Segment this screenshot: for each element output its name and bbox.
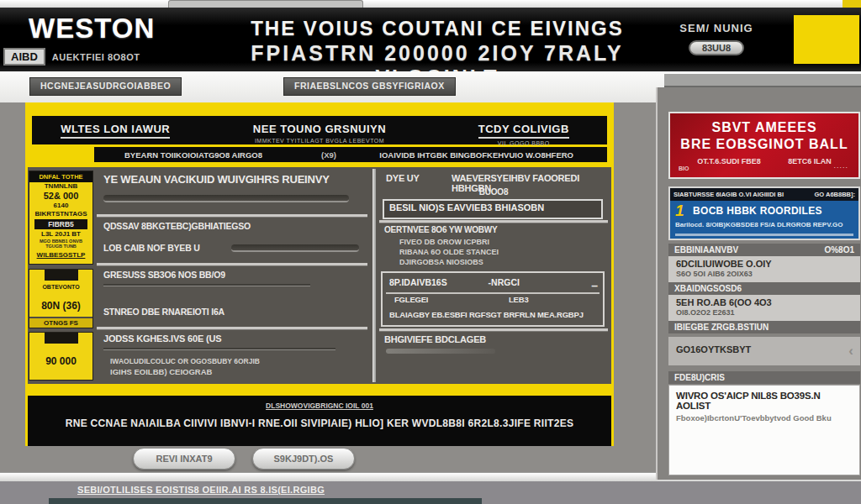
info-card-title: BOCB HBBK ROORDILES bbox=[693, 205, 822, 217]
fee-label: FGLEGEI bbox=[394, 295, 428, 304]
list-item-1[interactable]: 6DCILIUIWOBE O.OIY S6O 5OI AIB6 2OIX63 bbox=[668, 256, 860, 282]
amount-input-value: 8P.IDAIVB16S bbox=[389, 277, 447, 287]
header-right-label: SEM/ NUNIG bbox=[658, 22, 775, 34]
row-divider bbox=[97, 214, 367, 217]
phone-label: GRESUSS SB3O6 NOS BB/O9 bbox=[103, 270, 225, 280]
top-yellow-sliver bbox=[843, 0, 861, 8]
alert-banner: SBVT AMEEES BRE EOBSGINOT BALL OT.T.6.SU… bbox=[668, 112, 860, 179]
sidebar-totals-header: DNFAL TOTHE bbox=[29, 171, 92, 182]
funds-input-line[interactable] bbox=[103, 348, 335, 350]
address-label: QDSSAV 8BKGTEBC)GBHIATIEGSO bbox=[103, 221, 251, 231]
sidebar-amount: 52& 000 bbox=[29, 191, 92, 202]
header-right-block: SEM/ NUNIG 83UU8 bbox=[658, 22, 775, 55]
sidebar-count-value: 80N (36) bbox=[29, 300, 92, 312]
panel-header-right: TCDY COLIVIGB VIL GOGO BBBO bbox=[441, 116, 607, 144]
funds-label: JODSS KGHES.IVS 60E (US bbox=[103, 333, 221, 344]
dye-label: DYE UY bbox=[386, 173, 420, 183]
sidebar-amount-box: 90 000 bbox=[29, 332, 93, 381]
chevron-left-icon[interactable]: ‹ bbox=[848, 343, 853, 360]
sidebar-footer-link[interactable]: WILBESGSTLP bbox=[29, 251, 92, 259]
amount-input-suffix: -NRGCI bbox=[489, 277, 520, 287]
city-input-line[interactable] bbox=[231, 244, 359, 252]
logo-badge: AIBD bbox=[3, 48, 45, 66]
mid-code: BUOO8 bbox=[378, 187, 610, 197]
item-3-value: GO16OYTKSBYT bbox=[676, 344, 853, 354]
sidebar-tiny-line: TGUGB TUNB bbox=[29, 244, 92, 249]
app-header: WESTON AIBD AUEKTFIEI 8O8OT THE VOIUS CO… bbox=[0, 8, 861, 71]
alert-dots: ..... bbox=[833, 161, 848, 170]
funds-note-1: IWAOLUDILCOLUC OR OGOSBUBY 6ORJIB bbox=[110, 357, 260, 365]
alert-tiny-label: BIO bbox=[679, 165, 689, 171]
list-item-3[interactable]: GO16OYTKSBYT ‹ bbox=[668, 337, 860, 365]
notes-line-2: Fboxoe)IbcrtonU'Toevbbytvod Good Bku bbox=[676, 413, 853, 423]
page-title: THE VOIUS COUTANI CE EIVINGS bbox=[227, 17, 647, 40]
sidebar-count-footer: OTNGS FS bbox=[29, 317, 92, 328]
yellow-divider bbox=[25, 384, 614, 396]
panel-header-right-sub: VIL GOGO BBBO bbox=[441, 140, 607, 146]
kiosk-screen: WESTON AIBD AUEKTFIEI 8O8OT THE VOIUS CO… bbox=[0, 0, 861, 504]
panel-header-center-label: NEE TOUNO GRSNUIYN bbox=[253, 123, 386, 135]
sidebar-count-box: OBTEVONTO 80N (36) OTNGS FS bbox=[29, 269, 93, 328]
list-section-header-3: IBIEGBE ZRGB.BSTIUN bbox=[668, 321, 860, 333]
amount-input-row[interactable]: 8P.IDAIVB16S -NRGCI – bbox=[386, 276, 600, 294]
reset-button[interactable]: REVI INXAT9 bbox=[133, 448, 235, 470]
sidebar-totals-box: DNFAL TOTHE TNMNLNB 52& 000 6140 BIKRTST… bbox=[29, 171, 93, 265]
payout-label: BHGIVIEFE BDCLAGEB bbox=[384, 334, 486, 344]
phone-input-line[interactable] bbox=[103, 284, 310, 286]
amount-box: 8P.IDAIVB16S -NRGCI – FGLEGEI LEB3 BLAIA… bbox=[381, 271, 605, 327]
list-section-header-2: XBAIDNGSOSD6 bbox=[668, 282, 860, 295]
subheader-right: IOAIVIDB IHTGBK BINGBOFKEHVUIO W.O8HFERO bbox=[379, 150, 573, 160]
submit-button[interactable]: S9KJ9DT).OS bbox=[252, 448, 355, 470]
info-card-bottom-line bbox=[675, 234, 853, 236]
tab-right[interactable]: FRIAEBSLNCOS GBSYFIGRIAOX bbox=[283, 77, 456, 96]
sidebar-line: TNMNLNB bbox=[29, 182, 92, 191]
name-input-line[interactable] bbox=[103, 195, 349, 202]
alert-subrow: OT.T.6.SUDI FBE8 8ETC6 ILAN bbox=[670, 157, 858, 165]
info-card-subtext: Barilocd. 8/OIB)KGBSDE8 FS/A DLRGROB REP… bbox=[675, 221, 853, 228]
footer-link[interactable]: DLSHOWOVIGBRIGNC IOIL 001 bbox=[28, 402, 611, 410]
panel-header-right-label: TCDY COLIVIGB bbox=[478, 123, 569, 139]
tab-left[interactable]: HCGNEJEASUDRGOIABBEO bbox=[29, 77, 182, 96]
receiver-input[interactable]: BESIL NIO)S EAVVIEB3 BHIASOBN bbox=[383, 199, 603, 219]
payout-input-line[interactable] bbox=[386, 349, 495, 354]
info-card-header: SIABTURSSE 6IAGIB O.VI AIGIIIDI BI GO A6… bbox=[670, 188, 858, 201]
main-panel: WLTES LON IAWUR NEE TOUNO GRSNUIYN IMMKT… bbox=[25, 102, 614, 446]
minus-icon[interactable]: – bbox=[591, 279, 598, 292]
notes-line-1: WIVRO OS'AICP NIL8S BO39S.N AOLIST bbox=[676, 391, 853, 411]
panel-header-bar: WLTES LON IAWUR NEE TOUNO GRSNUIYN IMMKT… bbox=[32, 116, 607, 144]
item-2-line-2: OI8.O2O2 E2631 bbox=[676, 308, 853, 317]
logo-tagline: AUEKTFIEI 8O8OT bbox=[52, 52, 140, 62]
row-divider bbox=[97, 327, 367, 329]
footer-legal-text: RNE CCNAE NAIAILBA CIIVIVI IBNVI-I RNE.O… bbox=[28, 417, 611, 429]
status-underline-bar bbox=[49, 498, 482, 504]
sidebar-line: BIKRTSTNTAGS bbox=[29, 210, 92, 218]
item-1-line-2: S6O 5OI AIB6 2OIX63 bbox=[676, 270, 853, 278]
funds-note-2: IGIHS EOILBB) CEIOGRAB bbox=[110, 367, 212, 376]
info-card: SIABTURSSE 6IAGIB O.VI AIGIIIDI BI GO A6… bbox=[668, 186, 860, 240]
panel-header-center-sub: IMMKTEV TYITLILAGT BVGLA LEBEVTOM bbox=[198, 138, 440, 144]
row-divider bbox=[379, 220, 608, 223]
form-right-column: DYE UY WAEVERSYEIHBV FAOOREDI HBHGBN BUO… bbox=[378, 167, 610, 384]
option-2: RIBANA 6O OLDE STANCEI bbox=[399, 248, 499, 256]
sidebar-line: L3L 20J1 BT bbox=[29, 230, 92, 239]
number-one-icon: 1 bbox=[675, 202, 684, 219]
alert-title-2: BRE EOBSGINOT BALL bbox=[670, 136, 858, 153]
header-right-button[interactable]: 83UU8 bbox=[689, 40, 744, 55]
id-label: STNREO DBE RNAREIOTI I6A bbox=[103, 307, 224, 317]
brand-logo: WESTON bbox=[29, 13, 155, 45]
notes-box: WIVRO OS'AICP NIL8S BO39S.N AOLIST Fboxo… bbox=[668, 385, 860, 475]
form-content: DNFAL TOTHE TNMNLNB 52& 000 6140 BIKRTST… bbox=[28, 167, 611, 384]
alert-sub-2: 8ETC6 ILAN bbox=[788, 157, 832, 165]
fee-value: LEB3 bbox=[509, 295, 528, 304]
form-area: YE WEAUN VACIKUID WUIVGIHRS RUEINVY QDSS… bbox=[97, 167, 610, 384]
sidebar-dark-label: FIBRB5 bbox=[34, 219, 87, 229]
subheader-left: BYEARN TOIIKOIOIATG9O8 AIRGO8 bbox=[124, 150, 262, 160]
sidebar-notch bbox=[45, 270, 78, 281]
info-card-header-label: SIABTURSSE 6IAGIB O.VI AIGIIIDI BI bbox=[673, 191, 784, 198]
list-item-2[interactable]: 5EH RO.AB 6(OO 4O3 OI8.O2O2 E2631 bbox=[668, 295, 860, 321]
item-2-line-1: 5EH RO.AB 6(OO 4O3 bbox=[676, 297, 853, 307]
info-card-header-right: GO A6B8BB]: bbox=[815, 191, 855, 198]
panel-header-left: WLTES LON IAWUR bbox=[32, 116, 198, 144]
panel-subheader-bar: BYEARN TOIIKOIOIATG9O8 AIRGO8 (X9) IOAIV… bbox=[94, 147, 607, 162]
list-section-header-1: EBBINIAANVBV O%8O1 bbox=[668, 244, 860, 256]
